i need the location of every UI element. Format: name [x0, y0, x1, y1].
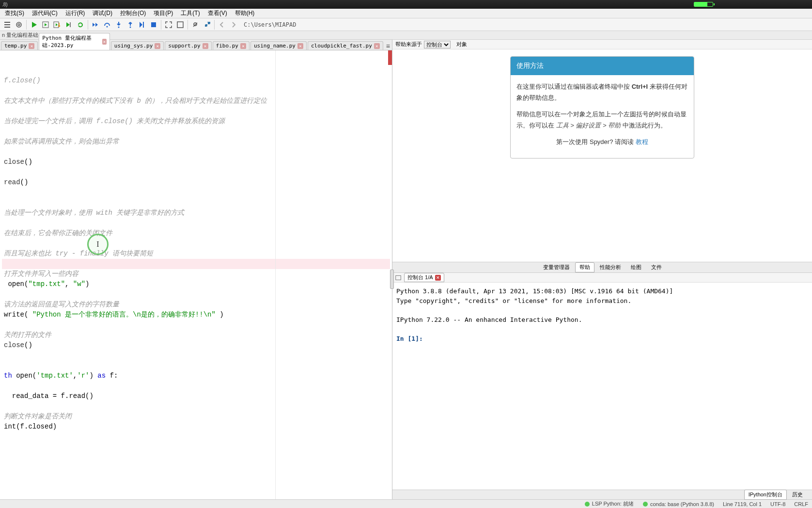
editor-tab[interactable]: cloudpickle_fast.py✕: [308, 41, 383, 50]
working-directory[interactable]: C:\Users\MIAPAD: [240, 20, 810, 29]
svg-rect-8: [177, 22, 183, 28]
maximize-icon[interactable]: [163, 19, 174, 30]
splitter-handle[interactable]: [390, 270, 394, 289]
help-card-header: 使用方法: [511, 57, 694, 75]
console-banner-1: Python 3.8.8 (default, Apr 13 2021, 15:0…: [396, 287, 673, 295]
back-icon[interactable]: [217, 19, 227, 30]
step-over-icon[interactable]: [102, 19, 112, 30]
close-icon[interactable]: ✕: [203, 43, 208, 49]
run-selection-icon[interactable]: [63, 19, 74, 30]
editor-tab[interactable]: temp.py✕: [1, 41, 38, 50]
svg-point-10: [585, 502, 590, 507]
editor-tab-bar: temp.py✕Python 量化编程基础-2023.py✕using_sys.…: [0, 40, 392, 50]
console-prompt-num: 1: [411, 335, 415, 342]
step-into-icon[interactable]: [113, 19, 124, 30]
python-path-icon[interactable]: [202, 19, 212, 30]
code-editor[interactable]: f.close() 在文本文件中（那些打开文件的模式下没有 b 的），只会相对于…: [0, 50, 392, 499]
console-options-icon[interactable]: [394, 274, 402, 282]
code-line: [2, 238, 390, 249]
tab-overflow-icon[interactable]: ≡: [384, 42, 392, 50]
status-conda[interactable]: conda: base (Python 3.8.8): [642, 501, 714, 507]
help-object-label: 对象: [456, 41, 467, 48]
continue-icon[interactable]: [137, 19, 147, 30]
menu-item[interactable]: 工具(T): [177, 8, 203, 18]
code-line: int(f.closed): [2, 422, 390, 432]
menu-item[interactable]: 运行(R): [62, 8, 89, 18]
fullscreen-icon[interactable]: [175, 19, 186, 30]
code-line: [2, 188, 390, 198]
close-icon[interactable]: ✕: [297, 43, 303, 49]
editor-panel: temp.py✕Python 量化编程基础-2023.py✕using_sys.…: [0, 40, 392, 499]
console-tab-bar: 控制台 1/A ✕: [392, 273, 812, 283]
code-line: 该方法的返回值是写入文件的字符数量: [2, 300, 390, 310]
menu-item[interactable]: 源代码(C): [28, 8, 62, 18]
svg-rect-9: [396, 275, 401, 280]
rerun-icon[interactable]: [75, 19, 86, 30]
run-cell-advance-icon[interactable]: [52, 19, 62, 30]
console-area: 控制台 1/A ✕ Python 3.8.8 (default, Apr 13 …: [392, 272, 812, 499]
code-line: [2, 106, 390, 116]
forward-icon[interactable]: [228, 19, 239, 30]
tab-label: using_sys.py: [114, 43, 153, 49]
code-line: [2, 361, 390, 371]
tutorial-link[interactable]: 教程: [636, 138, 648, 145]
code-line: [2, 289, 390, 300]
console-prompt: In [: [396, 335, 411, 342]
close-icon[interactable]: ✕: [155, 43, 160, 49]
svg-point-1: [18, 24, 20, 26]
run-icon[interactable]: [29, 19, 39, 30]
console-bottom-tabs: IPython控制台历史: [392, 490, 812, 499]
editor-tab[interactable]: using_sys.py✕: [111, 41, 164, 50]
svg-point-4: [107, 26, 108, 27]
menu-item[interactable]: 帮助(H): [231, 8, 259, 18]
editor-tab[interactable]: using_name.py✕: [250, 41, 307, 50]
panel-tab[interactable]: 绘图: [626, 262, 646, 272]
panel-tab[interactable]: 性能分析: [595, 262, 625, 272]
svg-point-11: [643, 502, 648, 507]
code-line: 在文本文件中（那些打开文件的模式下没有 b 的），只会相对于文件起始位置进行定位: [2, 96, 390, 106]
svg-point-0: [16, 22, 21, 27]
debug-pause-icon[interactable]: [90, 19, 101, 30]
editor-tab[interactable]: support.py✕: [165, 41, 211, 50]
code-line: 关闭打开的文件: [2, 330, 390, 340]
close-icon[interactable]: ✕: [240, 43, 246, 49]
panel-tab[interactable]: 文件: [647, 262, 666, 272]
code-line: close(): [2, 157, 390, 167]
stop-icon[interactable]: [148, 19, 159, 30]
menu-item[interactable]: 项目(P): [150, 8, 177, 18]
close-icon[interactable]: ✕: [374, 43, 380, 49]
close-icon[interactable]: ✕: [29, 43, 34, 49]
panel-tab[interactable]: 变量管理器: [539, 262, 574, 272]
menu-item[interactable]: 控制台(O): [116, 8, 150, 18]
code-line: [2, 350, 390, 361]
console-prompt-close: ]:: [415, 335, 423, 342]
ipython-console[interactable]: Python 3.8.8 (default, Apr 13 2021, 15:0…: [392, 283, 812, 490]
step-out-icon[interactable]: [125, 19, 136, 30]
editor-tab[interactable]: fibo.py✕: [213, 41, 250, 50]
menu-item[interactable]: 查看(V): [204, 8, 231, 18]
console-bottom-tab[interactable]: IPython控制台: [744, 490, 787, 500]
editor-tab[interactable]: Python 量化编程基础-2023.py✕: [39, 33, 109, 50]
menu-item[interactable]: 调试(D): [89, 8, 116, 18]
console-tab[interactable]: 控制台 1/A ✕: [404, 273, 444, 282]
close-icon[interactable]: ✕: [435, 275, 441, 281]
status-eol[interactable]: CRLF: [794, 501, 808, 507]
help-source-bar: 帮助来源于 控制台 对象: [392, 40, 812, 49]
svg-rect-7: [151, 22, 156, 27]
panel-tab[interactable]: 帮助: [575, 262, 594, 272]
code-line: 判断文件对象是否关闭: [2, 412, 390, 422]
right-panel-tabs: 变量管理器帮助性能分析绘图文件: [392, 262, 812, 272]
tab-label: temp.py: [4, 43, 27, 49]
run-cell-icon[interactable]: [40, 19, 51, 30]
console-bottom-tab[interactable]: 历史: [788, 490, 807, 500]
at-icon[interactable]: [14, 19, 24, 30]
status-encoding[interactable]: UTF-8: [770, 501, 785, 507]
menu-item[interactable]: 查找(S): [1, 8, 28, 18]
list-icon[interactable]: [2, 19, 13, 30]
status-lsp[interactable]: LSP Python: 就绪: [584, 500, 634, 508]
help-source-select[interactable]: 控制台: [424, 41, 451, 48]
preferences-icon[interactable]: [190, 19, 201, 30]
status-line-col[interactable]: Line 7119, Col 1: [723, 501, 762, 507]
close-icon[interactable]: ✕: [102, 39, 107, 45]
code-line: read(): [2, 177, 390, 188]
